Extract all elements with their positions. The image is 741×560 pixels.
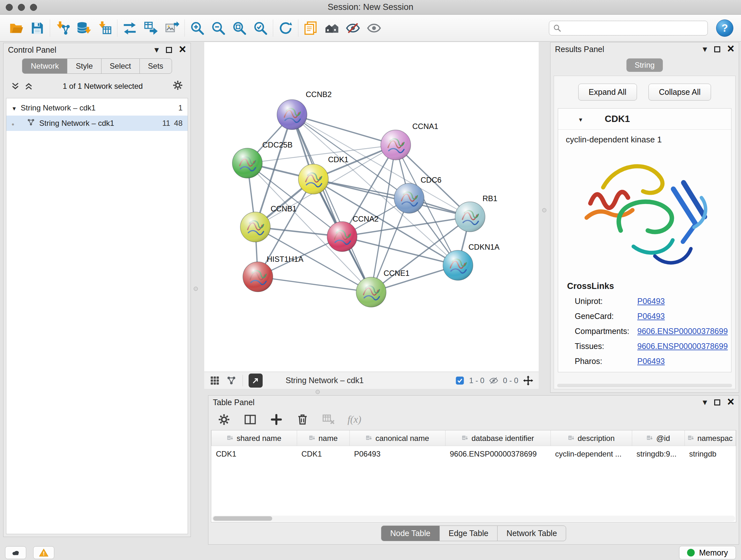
table-panel-close-icon[interactable] <box>727 397 734 408</box>
create-column-button[interactable] <box>269 412 284 427</box>
control-panel-float-icon[interactable] <box>154 45 159 55</box>
table-row[interactable]: CDK1 CDK1 P06493 9606.ENSP00000378699 cy… <box>212 446 736 462</box>
delete-column-button[interactable] <box>295 412 310 427</box>
cell-id[interactable]: stringdb:9... <box>632 446 685 462</box>
annotations-button[interactable] <box>301 19 320 37</box>
collapse-all-networks-icon[interactable] <box>10 81 20 91</box>
zoom-in-button[interactable] <box>188 19 206 37</box>
network-node-ccne1[interactable]: CCNE1 <box>356 269 409 307</box>
tab-edge-table[interactable]: Edge Table <box>440 525 497 541</box>
home-view-button[interactable] <box>323 19 341 37</box>
column-header-shared-name[interactable]: shared name <box>212 430 297 446</box>
warnings-button[interactable] <box>33 546 54 559</box>
expand-all-networks-icon[interactable] <box>24 81 33 91</box>
horizontal-splitter-handle[interactable] <box>316 390 320 394</box>
export-image-button[interactable] <box>163 19 181 37</box>
network-node-hist1h1a[interactable]: HIST1H1A <box>243 255 304 292</box>
column-header-description[interactable]: description <box>551 430 632 446</box>
crosslink-uniprot[interactable]: P06493 <box>637 297 665 306</box>
tab-style[interactable]: Style <box>67 58 101 74</box>
help-button[interactable]: ? <box>716 19 733 37</box>
network-collection-row[interactable]: String Network – cdk1 1 <box>6 100 188 116</box>
refresh-view-button[interactable] <box>276 19 295 37</box>
column-header-database-identifier[interactable]: database identifier <box>446 430 551 446</box>
network-node-cdkn1a[interactable]: CDKN1A <box>443 243 499 280</box>
tab-network-table[interactable]: Network Table <box>497 525 566 541</box>
crosslink-pharos[interactable]: P06493 <box>637 357 665 366</box>
memory-button[interactable]: Memory <box>679 546 736 559</box>
detach-view-button[interactable] <box>249 374 263 388</box>
tab-string[interactable]: String <box>626 58 663 72</box>
expand-all-button[interactable]: Expand All <box>578 84 637 101</box>
cell-name[interactable]: CDK1 <box>297 446 350 462</box>
zoom-in-icon <box>190 21 205 36</box>
tab-network[interactable]: Network <box>22 58 67 74</box>
hide-graphics-details-button[interactable] <box>344 19 362 37</box>
network-node-rb1[interactable]: RB1 <box>455 194 497 232</box>
crosslink-compartments[interactable]: 9606.ENSP00000378699 <box>637 327 728 336</box>
table-panel-maximize-icon[interactable] <box>714 399 720 406</box>
node-label: CDK1 <box>328 155 348 164</box>
table-panel-float-icon[interactable] <box>703 398 707 407</box>
export-network-button[interactable] <box>121 19 139 37</box>
function-builder-button[interactable]: f(x) <box>347 414 361 425</box>
import-network-database-button[interactable] <box>74 19 93 37</box>
minimize-window-button[interactable] <box>18 4 25 11</box>
cell-namespace[interactable]: stringdb <box>685 446 736 462</box>
zoom-out-button[interactable] <box>209 19 227 37</box>
cell-canonical-name[interactable]: P06493 <box>350 446 446 462</box>
crosslink-row: GeneCard: P06493 <box>558 309 731 324</box>
horizontal-scrollbar[interactable] <box>212 516 735 521</box>
tab-select[interactable]: Select <box>101 58 139 74</box>
column-header-name[interactable]: name <box>297 430 350 446</box>
import-network-file-button[interactable] <box>53 19 72 37</box>
open-session-button[interactable] <box>7 19 25 37</box>
close-window-button[interactable] <box>6 4 13 11</box>
tab-node-table[interactable]: Node Table <box>381 525 440 541</box>
cloud-status-button[interactable] <box>5 546 26 559</box>
network-overview-button[interactable] <box>226 375 237 386</box>
crosslink-genecard[interactable]: P06493 <box>637 312 665 321</box>
network-node-ccna1[interactable]: CCNA1 <box>381 122 438 160</box>
column-header-canonical-name[interactable]: canonical name <box>350 430 446 446</box>
control-panel-close-icon[interactable] <box>179 44 186 55</box>
right-splitter-handle[interactable] <box>542 208 546 212</box>
gene-card-header[interactable]: CDK1 <box>558 109 731 130</box>
zoom-selected-button[interactable] <box>251 19 270 37</box>
left-splitter-handle[interactable] <box>194 287 198 291</box>
control-panel-maximize-icon[interactable] <box>166 47 172 53</box>
pan-mode-button[interactable] <box>523 375 534 386</box>
results-panel-float-icon[interactable] <box>703 45 707 54</box>
sort-column-icon <box>688 435 695 442</box>
cell-database-identifier[interactable]: 9606.ENSP00000378699 <box>446 446 551 462</box>
crosslink-tissues[interactable]: 9606.ENSP00000378699 <box>637 341 728 351</box>
network-canvas[interactable]: CCNB2 CCNA1 CDC25B CDK1 <box>204 42 539 372</box>
collection-expand-icon[interactable] <box>11 104 17 112</box>
network-options-gear-icon[interactable] <box>172 79 184 93</box>
new-network-from-selection-button[interactable] <box>142 19 160 37</box>
table-options-button[interactable] <box>217 412 231 427</box>
results-scrollbar[interactable] <box>557 384 732 387</box>
network-row[interactable]: String Network – cdk1 11 48 <box>6 116 188 131</box>
import-table-button[interactable] <box>95 19 114 37</box>
results-panel-maximize-icon[interactable] <box>714 46 720 52</box>
search-field[interactable] <box>549 21 708 36</box>
search-input[interactable] <box>564 23 704 33</box>
cell-shared-name[interactable]: CDK1 <box>212 446 297 462</box>
cell-description[interactable]: cyclin-dependent ... <box>551 446 632 462</box>
show-columns-button[interactable] <box>243 412 258 427</box>
zoom-fit-button[interactable] <box>230 19 249 37</box>
delete-table-button[interactable] <box>321 412 336 427</box>
column-header-namespace[interactable]: namespac <box>685 430 736 446</box>
birds-eye-view-button[interactable] <box>209 375 220 386</box>
column-header-id[interactable]: @id <box>632 430 685 446</box>
zoom-window-button[interactable] <box>30 4 37 11</box>
show-graphics-details-button[interactable] <box>365 19 383 37</box>
scrollbar-thumb[interactable] <box>213 516 272 521</box>
save-session-button[interactable] <box>28 19 47 37</box>
results-panel-close-icon[interactable] <box>727 44 734 55</box>
collapse-all-button[interactable]: Collapse All <box>649 84 711 101</box>
gene-collapse-icon[interactable] <box>578 115 583 124</box>
tab-sets[interactable]: Sets <box>139 58 172 74</box>
network-node-cdk1[interactable]: CDK1 <box>298 155 348 194</box>
